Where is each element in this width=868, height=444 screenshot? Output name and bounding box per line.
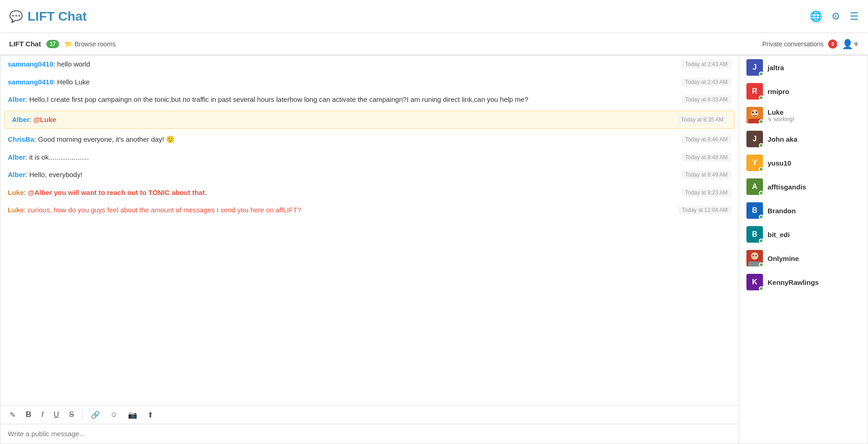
message-time: Today at 11:04 AM: [679, 206, 731, 214]
message-author[interactable]: Alber: [8, 153, 25, 161]
avatar-letter: J: [753, 63, 757, 72]
private-conversations-label: Private conversations: [762, 40, 823, 48]
globe-icon[interactable]: 🌐: [810, 11, 822, 22]
emoji-button[interactable]: ☺: [108, 410, 119, 420]
message-author[interactable]: samnang0410: [8, 60, 53, 68]
message-content: samnang0410: Hello Luke: [8, 77, 674, 88]
user-info: bit_edi: [768, 231, 860, 239]
online-indicator: [759, 72, 763, 76]
avatar: R: [746, 83, 763, 100]
user-info: jaltra: [768, 64, 860, 72]
message-time: Today at 8:33 AM: [681, 95, 731, 104]
avatar: B: [746, 226, 763, 243]
user-info: Brandon: [768, 207, 860, 215]
user-name: rmipro: [768, 88, 860, 95]
table-row: Alber: it is ok..................... Tod…: [0, 149, 739, 166]
message-time: Today at 2:43 AM: [681, 78, 731, 86]
user-info: John aka: [768, 135, 860, 143]
message-text: :: [29, 116, 33, 123]
message-content: Alber: Hello, everybody!: [8, 170, 674, 180]
message-content: Luke: @Alber you will want to reach out …: [8, 188, 674, 198]
menu-icon[interactable]: ☰: [850, 11, 859, 22]
user-name: jaltra: [768, 64, 860, 72]
table-row: Luke: curious, how do you guys feel abou…: [0, 201, 739, 219]
user-name: KennyRawlings: [768, 278, 860, 286]
message-time: Today at 8:49 AM: [681, 171, 731, 179]
avatar: K: [746, 274, 763, 290]
list-item[interactable]: Onlymine: [739, 246, 868, 270]
add-user-button[interactable]: 👤+: [842, 39, 859, 50]
message-time: Today at 8:46 AM: [681, 135, 731, 144]
message-input[interactable]: [8, 430, 731, 438]
message-author[interactable]: Alber: [8, 95, 25, 103]
list-item[interactable]: Y yusu10: [739, 151, 868, 175]
svg-point-3: [752, 111, 754, 113]
browse-rooms-button[interactable]: 📁 Browse rooms: [65, 40, 116, 48]
pen-tool-button[interactable]: ✎: [8, 410, 17, 420]
message-text: : it is ok.....................: [25, 153, 89, 161]
message-content: Alber: @Luke: [12, 115, 670, 125]
list-item[interactable]: R rmipro: [739, 79, 868, 103]
message-author[interactable]: samnang0410: [8, 78, 53, 86]
sub-header: LIFT Chat 17 📁 Browse rooms Private conv…: [0, 33, 868, 55]
user-name: yusu10: [768, 159, 860, 167]
table-row: samnang0410: Hello Luke Today at 2:43 AM: [0, 73, 739, 91]
message-time: Today at 9:23 AM: [681, 189, 731, 197]
app-header: 💬 LIFT Chat 🌐 ⚙ ☰: [0, 0, 868, 33]
link-button[interactable]: 🔗: [89, 410, 102, 420]
list-item[interactable]: J John aka: [739, 127, 868, 151]
header-left: 💬 LIFT Chat: [9, 9, 87, 24]
table-row: Alber: @Luke Today at 8:35 AM: [4, 111, 735, 129]
online-indicator: [759, 239, 763, 243]
user-name: bit_edi: [768, 231, 860, 239]
italic-button[interactable]: I: [39, 409, 45, 420]
folder-icon: 📁: [65, 40, 72, 48]
strikethrough-button[interactable]: S: [67, 410, 76, 420]
message-text: : Hello Luke: [53, 78, 89, 86]
message-author[interactable]: Alber: [12, 116, 29, 123]
online-indicator: [759, 143, 763, 148]
table-row: Alber: Hello, everybody! Today at 8:49 A…: [0, 166, 739, 184]
mention-text: @Luke: [33, 116, 56, 123]
room-name: LIFT Chat: [9, 40, 41, 48]
header-right: 🌐 ⚙ ☰: [810, 11, 859, 22]
messages-area[interactable]: samnang0410: hello world Today at 2:43 A…: [0, 56, 739, 405]
message-text: : hello world: [53, 60, 90, 68]
user-info: Luke ↳ working!: [768, 108, 860, 122]
underline-button[interactable]: U: [52, 410, 61, 420]
list-item[interactable]: B Brandon: [739, 199, 868, 222]
message-author[interactable]: Luke: [8, 206, 24, 214]
avatar: B: [746, 202, 763, 219]
list-item[interactable]: B bit_edi: [739, 222, 868, 246]
user-info: KennyRawlings: [768, 278, 860, 286]
settings-icon[interactable]: ⚙: [831, 11, 840, 22]
message-content: samnang0410: hello world: [8, 59, 674, 70]
editor-toolbar: ✎ B I U S 🔗 ☺ 📷 ⬆: [0, 405, 739, 424]
upload-button[interactable]: ⬆: [145, 410, 155, 420]
camera-button[interactable]: 📷: [126, 410, 139, 420]
private-count-badge: 0: [828, 39, 837, 49]
main-layout: samnang0410: hello world Today at 2:43 A…: [0, 55, 868, 444]
list-item[interactable]: A afftisgandis: [739, 175, 868, 199]
user-info: Onlymine: [768, 255, 860, 262]
avatar: J: [746, 131, 763, 147]
bold-button[interactable]: B: [24, 409, 33, 420]
message-author[interactable]: Alber: [8, 171, 25, 178]
users-panel: J jaltra R rmipro: [739, 56, 868, 444]
list-item[interactable]: Luke ↳ working!: [739, 103, 868, 127]
online-indicator: [759, 167, 763, 172]
message-time: Today at 2:43 AM: [681, 60, 731, 68]
message-content: Luke: curious, how do you guys feel abou…: [8, 205, 671, 216]
list-item[interactable]: J jaltra: [739, 56, 868, 79]
list-item[interactable]: K KennyRawlings: [739, 270, 868, 294]
avatar-letter: J: [753, 135, 757, 143]
avatar-letter: B: [752, 206, 757, 215]
browse-rooms-label: Browse rooms: [75, 40, 116, 48]
message-text: : curious, how do you guys feel about th…: [24, 206, 301, 214]
user-name: Luke: [768, 108, 860, 116]
avatar: [746, 250, 763, 266]
avatar: Y: [746, 155, 763, 171]
message-content: Alber: Hello,I create first pop campaing…: [8, 94, 674, 105]
message-author[interactable]: ChrisBa: [8, 135, 34, 143]
message-author[interactable]: Luke: [8, 189, 24, 196]
